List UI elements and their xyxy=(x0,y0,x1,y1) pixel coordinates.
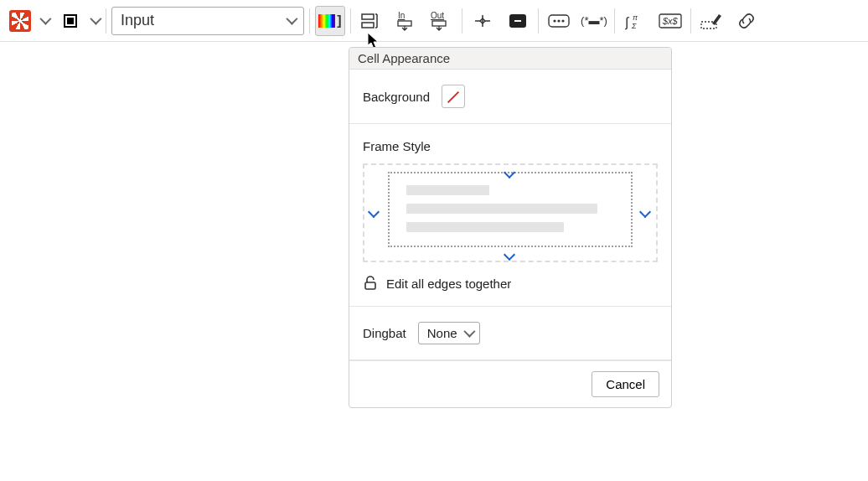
svg-rect-3 xyxy=(398,21,411,26)
preview-bar xyxy=(406,204,597,214)
background-section: Background xyxy=(349,70,671,124)
cell-style-value: Input xyxy=(121,12,154,29)
svg-rect-17 xyxy=(365,282,375,289)
insert-input-above-button[interactable]: In xyxy=(391,6,421,36)
svg-text:π: π xyxy=(633,13,638,22)
toolbar-divider xyxy=(309,8,310,34)
preview-bar xyxy=(406,185,489,195)
dingbat-select[interactable]: None xyxy=(418,322,480,344)
draw-icon xyxy=(700,12,722,30)
frame-style-label: Frame Style xyxy=(363,139,431,153)
text-color-button[interactable] xyxy=(55,6,85,36)
chevron-down-icon xyxy=(464,328,474,339)
input-above-icon: In xyxy=(395,10,417,32)
toolbar: Input ] In Out xyxy=(0,0,868,42)
edit-edges-label: Edit all edges together xyxy=(386,277,511,291)
popover-title: Cell Appearance xyxy=(358,51,450,65)
rainbow-icon xyxy=(318,14,335,28)
background-label: Background xyxy=(363,90,430,104)
link-icon xyxy=(736,11,757,31)
svg-text:Σ: Σ xyxy=(631,22,637,30)
unlock-icon xyxy=(363,276,378,291)
insert-output-above-button[interactable]: Out xyxy=(426,6,457,36)
cancel-button[interactable]: Cancel xyxy=(592,371,659,397)
ellipsis-icon xyxy=(548,14,570,28)
frame-section: Frame Style Edit all edges together xyxy=(349,124,671,307)
cell-style-select[interactable]: Input xyxy=(111,7,304,35)
edge-right-toggle[interactable] xyxy=(641,208,651,218)
edit-edges-row[interactable]: Edit all edges together xyxy=(363,276,658,291)
iconize-button[interactable] xyxy=(503,6,533,36)
comment-placeholder-icon: (*▬*) xyxy=(581,14,607,27)
math-input-button[interactable]: ∫ π Σ xyxy=(620,6,650,36)
app-logo-button[interactable] xyxy=(5,6,35,36)
dingbat-label: Dingbat xyxy=(363,326,406,340)
draw-button[interactable] xyxy=(696,6,726,36)
cell-group-button[interactable] xyxy=(356,6,386,36)
chevron-down-icon[interactable] xyxy=(40,16,50,26)
svg-text:Out: Out xyxy=(431,11,444,20)
ellipsis-button[interactable] xyxy=(544,6,574,36)
frame-inner-box xyxy=(388,172,633,247)
svg-point-9 xyxy=(557,19,560,22)
svg-rect-0 xyxy=(362,14,374,19)
insert-cursor-button[interactable] xyxy=(468,6,498,36)
math-input-icon: ∫ π Σ xyxy=(625,12,645,30)
dingbat-section: Dingbat None xyxy=(349,307,671,360)
wolfram-logo-icon xyxy=(9,10,31,32)
iconize-icon xyxy=(509,13,527,28)
svg-text:In: In xyxy=(398,11,405,20)
toolbar-divider xyxy=(690,8,691,34)
svg-text:$x$: $x$ xyxy=(662,16,679,26)
chevron-down-icon[interactable] xyxy=(90,16,101,26)
edge-bottom-toggle[interactable] xyxy=(505,251,515,261)
toolbar-divider xyxy=(106,8,106,34)
frame-preview xyxy=(363,163,658,262)
chevron-down-icon xyxy=(287,16,297,26)
svg-text:∫: ∫ xyxy=(625,15,630,30)
background-color-swatch[interactable] xyxy=(442,85,465,108)
svg-point-8 xyxy=(553,19,555,22)
template-box-button[interactable]: $x$ xyxy=(655,6,685,36)
template-box-icon: $x$ xyxy=(659,13,682,28)
popover-header: Cell Appearance xyxy=(349,48,671,70)
hyperlink-button[interactable] xyxy=(731,6,762,36)
svg-point-10 xyxy=(561,19,564,22)
preview-bar xyxy=(406,222,564,232)
toolbar-divider xyxy=(614,8,615,34)
toolbar-divider xyxy=(538,8,539,34)
svg-rect-1 xyxy=(362,23,374,28)
cell-appearance-button[interactable]: ] xyxy=(315,6,345,36)
comment-placeholder-button[interactable]: (*▬*) xyxy=(579,6,609,36)
toolbar-divider xyxy=(462,8,462,34)
output-above-icon: Out xyxy=(430,10,453,32)
cell-appearance-popover: Cell Appearance Background Frame Style xyxy=(349,47,672,408)
toolbar-divider xyxy=(350,8,351,34)
edge-top-toggle[interactable] xyxy=(505,168,515,178)
color-swatch-icon xyxy=(64,14,77,28)
edge-left-toggle[interactable] xyxy=(369,208,380,218)
cell-group-icon xyxy=(361,12,381,30)
bracket-icon: ] xyxy=(337,13,341,28)
svg-rect-5 xyxy=(432,21,446,26)
dingbat-value: None xyxy=(427,326,457,340)
popover-footer: Cancel xyxy=(349,360,671,407)
insert-cursor-icon xyxy=(473,13,493,29)
